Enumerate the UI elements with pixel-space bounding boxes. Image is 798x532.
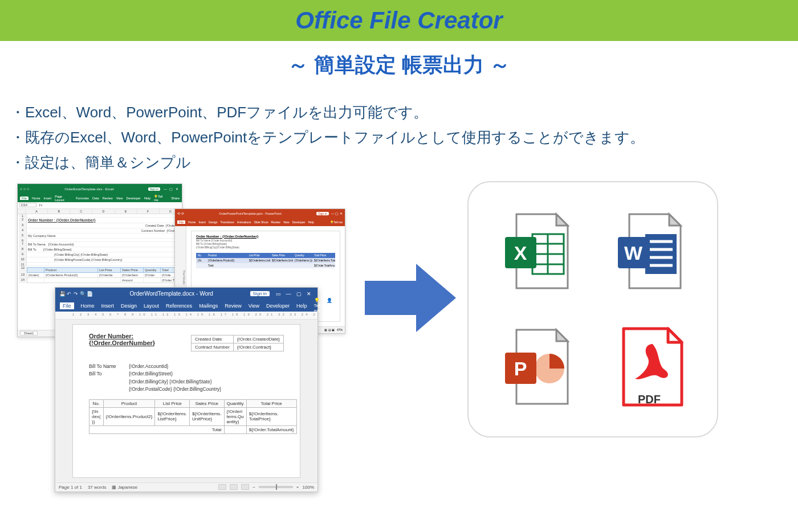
subtitle: ～ 簡単設定 帳票出力 ～ [0,51,798,79]
svg-text:P: P [514,358,527,379]
word-qat[interactable]: 💾↶↷🔍📄 [59,291,93,297]
feature-bullets: ・Excel、Word、PowerPoint、PDFファイルを出力可能です。 ・… [10,100,798,175]
bullet-3: ・設定は、簡単＆シンプル [10,150,798,175]
banner: Office File Creator [0,0,798,41]
svg-marker-0 [365,264,456,332]
word-window: 💾↶↷🔍📄 OrderWordTemplate.docx - Word Sign… [55,287,318,492]
word-window-controls[interactable]: ▭—▢✕ [273,291,314,297]
excel-namebox[interactable]: D34 [19,203,36,207]
word-billto: Bill To Name{!Order.AccountId} Bill To{!… [89,363,284,394]
excel-ribbon[interactable]: File Home Insert Page Layout Formulas Da… [18,194,182,202]
word-tab-help[interactable]: Help [296,303,307,309]
excel-file-icon: X [499,208,573,294]
excel-items-total: Amount{!Order.TotalAm [27,278,181,283]
word-view-web-icon[interactable] [241,484,249,490]
excel-tab-formulas[interactable]: Formulas [76,197,89,200]
word-ruler: 1 2 3 4 5 6 7 8 9 10 11 12 13 14 15 16 1… [55,312,317,320]
excel-column-headers: A B C D E F G [18,209,182,214]
ppt-zoom[interactable]: 47% [337,328,343,332]
ppt-items-table: No.ProductList PriceSales PriceQuantityT… [196,253,335,268]
output-file-panel: X W P [467,181,718,437]
svg-marker-11 [669,214,681,226]
svg-marker-25 [668,329,682,342]
word-meta-table: Created Date{!Order.CreatedDate} Contrac… [191,335,284,351]
word-canvas: Created Date{!Order.CreatedDate} Contrac… [55,320,317,482]
word-page-indicator[interactable]: Page 1 of 1 [59,485,82,490]
illustration-stage: OrderExcelTemplate.xlsx - Excel Sign in … [0,175,798,529]
ppt-tab-file[interactable]: File [177,220,185,224]
excel-items-header: ProductList PriceSales PriceQuantityTota… [27,267,181,273]
excel-titlebar: OrderExcelTemplate.xlsx - Excel Sign in … [18,184,182,194]
excel-tab-insert[interactable]: Insert [44,197,52,200]
bullet-2: ・既存のExcel、Word、PowerPointをテンプレートファイルとして使… [10,125,798,150]
excel-tab-data[interactable]: Data [92,197,99,200]
word-zoom-in[interactable]: + [296,485,299,490]
word-zoom-out[interactable]: − [253,485,255,490]
excel-tab-home[interactable]: Home [32,197,40,200]
word-tab-home[interactable]: Home [81,303,95,309]
ppt-billto: Bill To Name {!Order.AccountId} Bill To … [196,239,335,250]
excel-tab-review[interactable]: Review [103,197,113,200]
excel-tab-view[interactable]: View [116,197,123,200]
ppt-titlebar: ⟲ ⟳ OrderPowerPointTemplate.pptx - Power… [175,209,345,218]
ppt-order-number: Order Number : {!Order.OrderNumber} [196,235,335,238]
word-share[interactable]: 👤 Share [327,298,339,313]
banner-title: Office File Creator [295,7,502,34]
ppt-window-controls[interactable]: — ▢ ✕ [331,211,343,215]
word-tellme[interactable]: 💡 Tell me [314,298,321,313]
word-tab-mailings[interactable]: Mailings [199,303,218,309]
excel-share[interactable]: Share [171,197,180,200]
excel-title: OrderExcelTemplate.xlsx - Excel [32,187,146,191]
word-view-read-icon[interactable] [218,484,226,490]
excel-fx-icon: ƒx [39,203,42,207]
ppt-signin-button[interactable]: Sign in [316,212,328,215]
word-page: Created Date{!Order.CreatedDate} Contrac… [72,324,300,478]
ppt-ribbon[interactable]: File Home Insert Design Transitions Anim… [175,218,345,226]
excel-window-controls[interactable]: —▢✕ [162,187,180,191]
excel-sheet-body: 1 2Order Number : {!Order.OrderNumber} 3… [18,214,182,284]
word-tab-file[interactable]: File [60,302,74,309]
svg-marker-2 [556,214,568,226]
excel-tab-pagelayout[interactable]: Page Layout [55,195,72,202]
ppt-title: OrderPowerPointTemplate.pptx - PowerPoin… [186,212,315,215]
ppt-tellme[interactable]: 💡Tell me [330,220,343,224]
arrow-icon [365,261,456,335]
word-tab-view[interactable]: View [249,303,259,309]
svg-marker-20 [556,330,568,341]
svg-text:X: X [514,242,527,264]
word-tab-developer[interactable]: Developer [266,303,290,309]
excel-tab-developer[interactable]: Developer [127,197,141,200]
excel-tellme[interactable]: 💡Tell me [154,195,168,202]
ppt-qat: ⟲ ⟳ [177,211,184,215]
excel-order-number: Order Number : {!Order.OrderNumber} [27,218,181,223]
word-language[interactable]: ▦ Japanese [112,485,137,490]
ppt-view-icons[interactable]: ▦ ▤ ▣ [324,328,335,332]
svg-text:W: W [624,242,643,264]
word-file-icon: W [612,208,686,294]
excel-signin-button[interactable]: Sign in [148,187,160,191]
excel-qat [20,187,30,191]
word-zoom-slider[interactable] [259,486,293,488]
word-signin-button[interactable]: Sign in [250,291,270,296]
word-tab-references[interactable]: References [166,303,192,309]
excel-formula-bar[interactable]: D34 ƒx [18,202,182,209]
word-titlebar: 💾↶↷🔍📄 OrderWordTemplate.docx - Word Sign… [55,288,317,300]
pdf-file-icon: PDF [612,324,686,410]
word-ribbon[interactable]: File Home Insert Design Layout Reference… [55,300,317,312]
excel-tab-help[interactable]: Help [144,197,150,200]
pdf-label: PDF [612,393,686,406]
word-tab-insert[interactable]: Insert [101,303,115,309]
bullet-1: ・Excel、Word、PowerPoint、PDFファイルを出力可能です。 [10,100,798,125]
excel-sheet-tab[interactable]: Sheet1 [20,331,38,335]
powerpoint-file-icon: P [499,324,573,410]
excel-items-row: {!index({!OrderItems.Product2}{!OrderIte… [27,273,181,278]
word-tab-layout[interactable]: Layout [144,303,159,309]
word-items-table: No. Product List Price Sales Price Quant… [89,399,297,434]
word-zoom[interactable]: 100% [303,485,314,490]
word-tab-review[interactable]: Review [225,303,242,309]
excel-tab-file[interactable]: File [20,197,28,200]
word-word-count[interactable]: 37 words [88,485,106,490]
word-view-print-icon[interactable] [230,484,238,490]
word-title: OrderWordTemplate.docx - Word [96,290,247,297]
word-tab-design[interactable]: Design [121,303,137,309]
